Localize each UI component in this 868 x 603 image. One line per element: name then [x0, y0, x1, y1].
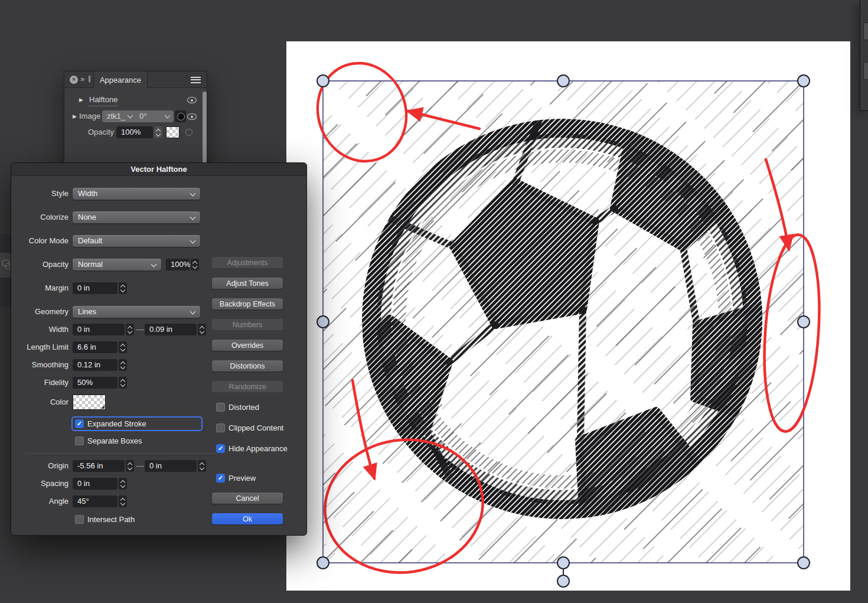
collapse-chevrons-icon[interactable] — [80, 74, 84, 83]
hide-appearance-label: Hide Appearance — [229, 444, 288, 454]
selection-handle-bottom-right[interactable] — [798, 557, 810, 569]
spacing-stepper[interactable] — [119, 478, 127, 490]
radio-circle-icon[interactable] — [185, 129, 192, 136]
geometry-dropdown[interactable]: Lines — [73, 306, 200, 318]
style-value: Width — [78, 189, 97, 198]
randomize-button-label: Randomize — [229, 383, 266, 391]
origin-x-stepper[interactable] — [126, 460, 134, 472]
origin-y-input[interactable]: 0 in — [145, 460, 197, 472]
width-min-stepper[interactable] — [126, 324, 134, 335]
cancel-button-label: Cancel — [236, 494, 259, 503]
intersect-path-checkbox[interactable] — [75, 515, 84, 524]
appearance-tab-label: Appearance — [100, 76, 141, 84]
opacity-input[interactable]: 100% — [116, 126, 153, 138]
opacity-percent-stepper[interactable] — [191, 259, 199, 270]
opacity-swatch[interactable] — [166, 126, 180, 138]
left-toolbar — [0, 234, 11, 307]
app-window: Appearance Halftone Image ztk1_ 0° Opaci… — [0, 0, 868, 603]
selection-handle-top-right[interactable] — [798, 75, 810, 87]
origin-x-input[interactable]: -5.56 in — [73, 460, 125, 472]
color-mode-value: Default — [78, 236, 102, 245]
separate-boxes-checkbox[interactable] — [75, 436, 84, 445]
fidelity-input[interactable]: 50% — [73, 377, 118, 389]
halftone-layer-row[interactable]: Halftone — [64, 94, 207, 106]
backdrop-effects-button[interactable]: Backdrop Effects — [212, 298, 283, 309]
image-layer-label: Image — [79, 110, 100, 122]
width-label: Width — [11, 324, 68, 335]
smoothing-input[interactable]: 0.12 in — [73, 359, 118, 371]
tab-appearance[interactable]: Appearance — [93, 71, 148, 88]
section-divider — [24, 453, 217, 454]
selection-handle-mid-left[interactable] — [317, 316, 329, 328]
panel-menu-icon[interactable] — [191, 77, 201, 83]
length-limit-stepper[interactable] — [119, 341, 127, 353]
close-icon[interactable] — [70, 76, 78, 84]
numbers-button: Numbers — [212, 319, 283, 330]
style-dropdown[interactable]: Width — [73, 188, 200, 200]
spacing-input[interactable]: 0 in — [73, 478, 118, 490]
distorted-label: Distorted — [229, 403, 259, 412]
expand-triangle-icon[interactable] — [73, 110, 77, 122]
ok-button[interactable]: Ok — [212, 513, 283, 524]
length-limit-input[interactable]: 6.6 in — [73, 341, 118, 353]
selection-handle-mid-right[interactable] — [798, 316, 810, 328]
margin-stepper[interactable] — [119, 282, 127, 294]
margin-label: Margin — [11, 282, 68, 294]
selection-handle-top-center[interactable] — [557, 75, 569, 87]
clipped-content-label: Clipped Content — [229, 423, 283, 433]
visibility-eye-icon[interactable] — [187, 113, 197, 120]
divider-handle-icon[interactable] — [88, 75, 92, 83]
distorted-checkbox[interactable] — [216, 403, 225, 412]
geometry-label: Geometry — [11, 306, 68, 318]
cancel-button[interactable]: Cancel — [212, 493, 283, 504]
origin-y-stepper[interactable] — [198, 460, 206, 472]
dialog-titlebar[interactable]: Vector Halftone — [11, 163, 306, 176]
halftone-layer-label[interactable]: Halftone — [89, 94, 118, 106]
opacity-blend-dropdown[interactable]: Normal — [73, 259, 161, 270]
style-label: Style — [11, 188, 68, 200]
visibility-eye-icon[interactable] — [187, 97, 197, 103]
artboard[interactable] — [286, 41, 850, 591]
width-min-input[interactable]: 0 in — [73, 324, 125, 335]
rotation-handle[interactable] — [557, 575, 569, 587]
preview-checkbox[interactable] — [216, 474, 225, 483]
fidelity-stepper[interactable] — [119, 377, 127, 389]
opacity-row: Opacity 100% — [64, 126, 207, 138]
opacity-blend-label: Opacity — [11, 259, 68, 270]
right-panel-button[interactable] — [863, 22, 868, 40]
overrides-button[interactable]: Overrides — [212, 340, 283, 351]
color-mode-dropdown[interactable]: Default — [73, 235, 200, 247]
selection-handle-bottom-left[interactable] — [317, 557, 329, 569]
color-label: Color — [11, 396, 68, 408]
image-preset-dropdown[interactable]: ztk1_ 0° — [102, 110, 174, 122]
distortions-button[interactable]: Distortions — [212, 360, 283, 371]
hide-appearance-checkbox[interactable] — [216, 444, 225, 453]
opacity-stepper[interactable] — [154, 126, 162, 138]
chevron-down-icon — [128, 113, 133, 119]
selection-handle-bottom-center[interactable] — [557, 557, 569, 569]
opacity-percent-input[interactable]: 100% — [166, 259, 190, 270]
shapes-tool-icon[interactable] — [0, 253, 11, 278]
width-max-input[interactable]: 0.09 in — [145, 324, 197, 335]
intersect-path-label: Intersect Path — [87, 515, 135, 524]
image-layer-row[interactable]: Image ztk1_ 0° — [64, 110, 207, 122]
vector-halftone-dialog: Vector Halftone Style Width Colorize Non… — [11, 162, 307, 536]
backdrop-effects-button-label: Backdrop Effects — [220, 300, 275, 308]
clipped-content-checkbox[interactable] — [216, 423, 225, 432]
adjust-tones-button[interactable]: Adjust Tones — [212, 278, 283, 289]
blend-swatch-black-dot[interactable] — [175, 110, 186, 122]
selection-handle-top-left[interactable] — [317, 75, 329, 87]
margin-input[interactable]: 0 in — [73, 282, 118, 294]
color-swatch[interactable] — [73, 395, 106, 410]
image-angle-value: 0° — [139, 110, 146, 122]
angle-stepper[interactable] — [119, 496, 127, 507]
expand-triangle-icon[interactable] — [79, 94, 83, 106]
colorize-dropdown[interactable]: None — [73, 211, 200, 223]
width-max-stepper[interactable] — [198, 324, 206, 335]
expanded-stroke-checkbox[interactable] — [75, 419, 84, 428]
smoothing-label: Smoothing — [11, 359, 68, 371]
right-panel-button[interactable] — [863, 62, 868, 80]
smoothing-stepper[interactable] — [119, 359, 127, 371]
numbers-button-label: Numbers — [233, 321, 263, 329]
angle-input[interactable]: 45° — [73, 496, 118, 507]
